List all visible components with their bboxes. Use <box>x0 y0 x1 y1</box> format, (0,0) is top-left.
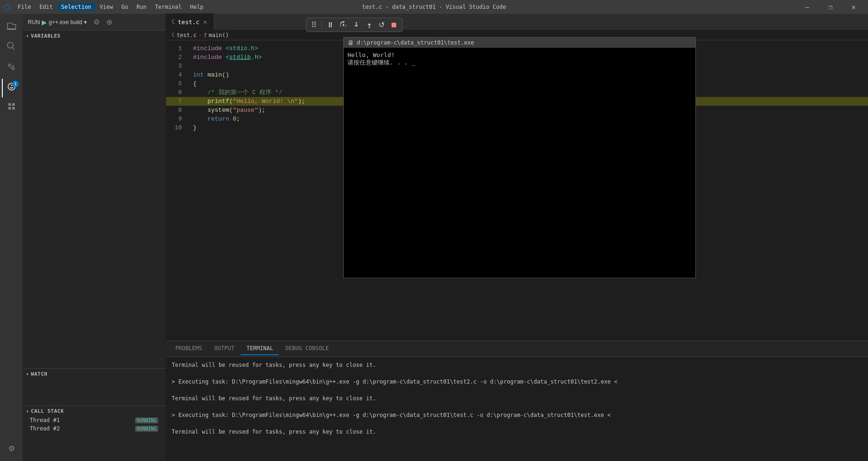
line-num-5: 5 <box>166 79 189 88</box>
minimize-button[interactable]: — <box>797 0 818 14</box>
debug-toolbar-area: RUN ▶ g++.exe build ▾ ⚙ ⊕ <box>22 14 166 31</box>
svg-point-1 <box>369 26 370 28</box>
line-num-2: 2 <box>166 53 189 62</box>
sidebar: RUN ▶ g++.exe build ▾ ⚙ ⊕ ▾ VARIABLES ▾ … <box>22 14 166 461</box>
activity-bar: 1 ⚙ <box>0 14 22 461</box>
titlebar: ⬡ File Edit Selection View Go Run Termin… <box>0 0 868 14</box>
console-window[interactable]: 🖥 d:\program-c\data_struct01\test.exe He… <box>343 37 696 278</box>
svg-point-0 <box>356 22 357 23</box>
tab-terminal[interactable]: TERMINAL <box>241 342 279 355</box>
terminal-line-3: > Executing task: D:\ProgramFiles\mingw6… <box>172 378 862 386</box>
debug-float-toolbar: ⠿ ⏸ ↺ <box>306 18 403 32</box>
terminal-line-9: Terminal will be reused for tasks, press… <box>172 428 862 436</box>
activity-item-settings[interactable]: ⚙ <box>2 439 20 457</box>
line-num-6: 6 <box>166 88 189 97</box>
editor-tab-test-c[interactable]: C test.c ✕ <box>166 13 214 30</box>
line-content-5: { <box>189 79 197 88</box>
breadcrumb-func[interactable]: main() <box>209 32 229 38</box>
activity-item-explorer[interactable] <box>2 18 20 36</box>
tab-file-icon: C <box>172 19 175 25</box>
debug-restart-button[interactable]: ↺ <box>377 19 386 31</box>
menu-run[interactable]: Run <box>133 3 150 11</box>
terminal-line-2 <box>172 369 862 378</box>
activity-item-extensions[interactable] <box>2 99 20 118</box>
menu-view[interactable]: View <box>96 3 117 11</box>
console-title: d:\program-c\data_struct01\test.exe <box>357 39 474 46</box>
breadcrumb-file[interactable]: test.c <box>177 32 197 38</box>
activity-item-search[interactable] <box>2 38 20 57</box>
call-stack-label: CALL STACK <box>31 408 64 414</box>
debug-step-out-button[interactable] <box>364 20 375 30</box>
source-control-icon <box>6 62 17 74</box>
tab-debug-console[interactable]: DEBUG CONSOLE <box>280 342 334 355</box>
line-content-1: #include <stdio.h> <box>189 44 258 53</box>
tab-output[interactable]: OUTPUT <box>209 342 240 355</box>
terminal-panel: PROBLEMS OUTPUT TERMINAL DEBUG CONSOLE T… <box>166 340 868 461</box>
line-content-10: } <box>189 123 197 132</box>
line-content-9: return 0; <box>189 115 240 123</box>
tab-filename: test.c <box>178 19 199 26</box>
tab-problems[interactable]: PROBLEMS <box>170 342 208 355</box>
thread-1-name: Thread #1 <box>30 417 60 423</box>
terminal-line-6 <box>172 403 862 411</box>
variables-panel <box>22 41 166 368</box>
thread-item-1[interactable]: Thread #1 RUNNING <box>22 416 166 424</box>
svg-rect-2 <box>392 23 396 27</box>
menu-terminal[interactable]: Terminal <box>151 3 186 11</box>
debug-toolbar-separator-1 <box>321 21 322 29</box>
menu-help[interactable]: Help <box>186 3 207 11</box>
line-content-7: printf("Hello, World! \n"); <box>189 97 305 106</box>
terminal-line-5: Terminal will be reused for tasks, press… <box>172 394 862 403</box>
debug-step-over-button[interactable] <box>338 20 349 30</box>
call-stack-section-header[interactable]: ▾ CALL STACK <box>22 406 166 416</box>
terminal-content[interactable]: Terminal will be reused for tasks, press… <box>166 357 868 461</box>
debug-gear-button[interactable]: ⚙ <box>91 17 102 27</box>
debug-step-into-button[interactable] <box>351 20 362 30</box>
thread-item-2[interactable]: Thread #2 RUNNING <box>22 424 166 433</box>
line-num-7: 7 <box>166 97 189 106</box>
window-controls: — ❐ ✕ <box>797 0 864 14</box>
line-num-10: 10 <box>166 123 189 132</box>
line-num-3: 3 <box>166 62 189 70</box>
activity-item-debug[interactable]: 1 <box>2 79 20 97</box>
menu-edit[interactable]: Edit <box>36 3 57 11</box>
menu-go[interactable]: Go <box>118 3 132 11</box>
files-icon <box>6 21 17 33</box>
extensions-icon <box>6 102 17 115</box>
line-num-8: 8 <box>166 106 189 115</box>
line-num-1: 1 <box>166 44 189 53</box>
maximize-button[interactable]: ❐ <box>820 0 841 14</box>
menu-file[interactable]: File <box>14 3 35 11</box>
debug-stop-button[interactable] <box>388 20 399 30</box>
watch-panel: ▾ WATCH <box>22 368 166 405</box>
breadcrumb-file-icon: C <box>172 32 175 38</box>
close-button[interactable]: ✕ <box>843 0 864 14</box>
debug-pause-button[interactable]: ⏸ <box>325 19 336 31</box>
run-dropdown-icon: ▾ <box>84 19 87 26</box>
console-line-2: 请按任意键继续. . . _ <box>347 58 692 67</box>
terminal-line-8 <box>172 419 862 428</box>
console-titlebar: 🖥 d:\program-c\data_struct01\test.exe <box>344 38 695 48</box>
debug-badge: 1 <box>12 81 19 87</box>
terminal-line-7: > Executing task: D:\ProgramFiles\mingw6… <box>172 411 862 419</box>
tab-close-button[interactable]: ✕ <box>202 18 208 26</box>
debug-extra-button[interactable]: ⊕ <box>104 17 114 27</box>
call-stack-arrow-icon: ▾ <box>26 409 29 414</box>
console-line-1: Hello, World! <box>347 51 692 58</box>
watch-section-header[interactable]: ▾ WATCH <box>22 369 166 379</box>
debug-drag-handle[interactable]: ⠿ <box>309 19 319 31</box>
line-content-8: system("pause"); <box>189 106 265 115</box>
activity-item-scm[interactable] <box>2 58 20 77</box>
window-title: test.c - data_struct01 - Visual Studio C… <box>362 4 506 10</box>
line-content-4: int main() <box>189 70 229 79</box>
terminal-tabs: PROBLEMS OUTPUT TERMINAL DEBUG CONSOLE <box>166 341 868 357</box>
console-body[interactable]: Hello, World! 请按任意键继续. . . _ <box>344 48 695 278</box>
terminal-line-4 <box>172 386 862 394</box>
menu-selection[interactable]: Selection <box>58 3 95 11</box>
breadcrumb-func-icon: ƒ <box>204 32 207 38</box>
line-content-2: #include <stdlib.h> <box>189 53 262 62</box>
editor-tabs: C test.c ✕ <box>166 14 868 30</box>
run-button[interactable]: RUN ▶ g++.exe build ▾ <box>26 18 89 27</box>
run-label: RUN <box>28 19 40 26</box>
variables-section-header[interactable]: ▾ VARIABLES <box>22 31 166 41</box>
